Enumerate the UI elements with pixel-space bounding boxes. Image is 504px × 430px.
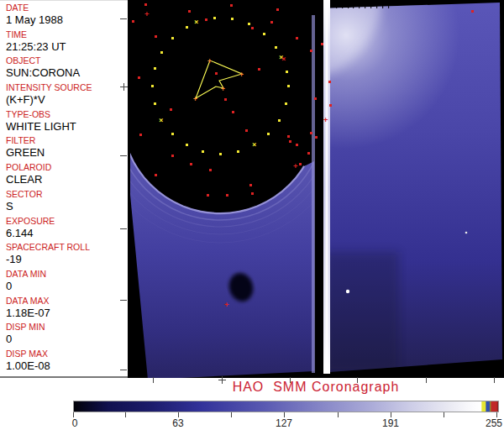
- fiducial-dot-red: [224, 98, 227, 101]
- field-value: SUN:CORONA: [6, 66, 131, 79]
- fiducial-dot-red: [188, 10, 191, 13]
- fiducial-dot-yellow: [186, 144, 188, 146]
- fiducial-dot-yellow: ×: [159, 117, 163, 124]
- fiducial-dot-red: [251, 27, 254, 29]
- colorbar-label: 0: [72, 417, 78, 429]
- field-label: DATE: [6, 3, 131, 13]
- fiducial-dot-yellow: [287, 85, 290, 87]
- coronagraph-image: ++++ ×××××++++: [128, 0, 504, 378]
- field-value: 1 May 1988: [6, 13, 131, 26]
- field-label: DATA MIN: [6, 269, 131, 280]
- fiducial-dot-yellow: ×: [252, 141, 256, 149]
- fiducial-dot-red: ×: [281, 55, 286, 63]
- fiducial-dot-red: [249, 184, 252, 186]
- fiducial-dot-red: [310, 132, 312, 134]
- fiducial-dot-yellow: [237, 150, 239, 153]
- axis-tick-left: [120, 155, 127, 156]
- fiducial-dot-red: [270, 21, 273, 24]
- field-label: INTENSITY SOURCE: [6, 82, 131, 93]
- colorbar-label: 255: [486, 417, 502, 429]
- fiducial-dot-red: [245, 129, 248, 132]
- field-time: TIME 21:25:23 UT: [6, 29, 131, 56]
- fiducial-dot-yellow: [151, 85, 154, 87]
- fiducial-dot-red: [139, 134, 142, 136]
- field-value: 21:25:23 UT: [6, 40, 131, 53]
- fiducial-dot-yellow: [267, 133, 270, 135]
- fiducial-dot-yellow: [202, 150, 204, 153]
- field-value: 0: [6, 280, 131, 292]
- fiducial-dot-red: [287, 135, 290, 138]
- field-value: 1.00E-08: [6, 359, 131, 372]
- fiducial-dot-red: [138, 76, 140, 79]
- colorbar-label: 63: [172, 417, 183, 429]
- fiducial-dot-yellow: [231, 18, 234, 20]
- fiducial-dot-red: [155, 174, 157, 176]
- fiducial-dot-red: [296, 144, 298, 146]
- field-value: GREEN: [6, 146, 131, 159]
- field-value: WHITE LIGHT: [6, 120, 131, 133]
- fiducial-dot-red: [215, 72, 218, 75]
- fiducial-dot-red: +: [144, 10, 149, 18]
- fiducial-dot-red: [171, 155, 174, 157]
- fiducial-dot-yellow: [154, 102, 156, 105]
- field-polaroid: POLAROID CLEAR: [6, 162, 131, 189]
- axis-tick-left: [120, 228, 127, 229]
- fiducial-dot-yellow: [278, 119, 281, 122]
- fiducial-dot-yellow: [154, 67, 156, 70]
- field-data-max: DATA MAX 1.18E-07: [6, 296, 131, 322]
- field-data-min: DATA MIN 0: [6, 269, 131, 296]
- fiducial-dot-red: [315, 136, 318, 139]
- fiducial-dot-red: [170, 108, 172, 111]
- field-label: DISP MIN: [6, 322, 131, 333]
- field-label: SPACECRAFT ROLL: [6, 242, 131, 253]
- field-spacecraft-roll: SPACECRAFT ROLL -19: [6, 242, 131, 269]
- fiducial-dot-red: [471, 10, 474, 13]
- fiducial-dot-yellow: [286, 71, 288, 73]
- intensity-colorbar: [73, 401, 499, 412]
- fiducial-dot-red: [205, 18, 207, 21]
- fiducial-dot-yellow: [263, 33, 265, 35]
- fiducial-dot-red: [321, 43, 323, 45]
- colorbar-tick-minor: [338, 412, 339, 417]
- fiducial-dot-yellow: ×: [194, 18, 198, 26]
- field-disp-min: DISP MIN 0: [6, 322, 131, 349]
- fiducial-dot-yellow: [171, 37, 174, 39]
- fiducial-dot-red: [296, 37, 298, 39]
- colorbar-tick-minor: [125, 412, 126, 417]
- fiducial-dot-yellow: [186, 26, 188, 29]
- fiducial-dot-red: [328, 81, 331, 83]
- field-value: (K+F)*V: [6, 93, 131, 106]
- fiducial-dot-red: [329, 104, 332, 107]
- field-exposure: EXPOSURE 6.144: [6, 216, 131, 243]
- fiducial-dot-red: [314, 97, 317, 100]
- field-label: EXPOSURE: [6, 216, 131, 227]
- fiducial-dot-red: [307, 152, 310, 155]
- fiducial-dot-yellow: [248, 23, 250, 25]
- fiducial-dot-red: [132, 20, 134, 23]
- fiducial-dot-red: [276, 8, 279, 11]
- fiducial-dot-red: [226, 194, 228, 197]
- metadata-panel: DATE 1 May 1988 TIME 21:25:23 UT OBJECT …: [0, 0, 133, 378]
- fiducial-dot-red: [258, 68, 260, 71]
- field-value: -19: [6, 253, 131, 265]
- field-label: FILTER: [6, 135, 131, 146]
- field-label: TYPE-OBS: [6, 109, 131, 120]
- colorbar-label: 127: [276, 417, 292, 429]
- axis-tick-left: [120, 300, 127, 301]
- fiducial-dot-red: +: [293, 162, 297, 170]
- fiducial-dot-red: [209, 169, 212, 171]
- colorbar-label: 191: [382, 417, 399, 429]
- colorbar-tick-minor: [231, 412, 232, 417]
- page-title: HAO SMM Coronagraph: [128, 380, 504, 395]
- field-label: TIME: [6, 29, 131, 40]
- field-label: DATA MAX: [6, 296, 131, 307]
- fiducial-dot-red: [190, 163, 192, 165]
- field-value: 0: [6, 333, 131, 345]
- fiducial-dot-layer: ×××××++++: [128, 0, 504, 378]
- field-type-obs: TYPE-OBS WHITE LIGHT: [6, 109, 131, 136]
- fiducial-dot-red: [289, 140, 291, 143]
- field-label: DISP MAX: [6, 349, 131, 359]
- fiducial-dot-red: [144, 3, 147, 6]
- field-value: 1.18E-07: [6, 307, 131, 319]
- axis-cross-left: [120, 83, 128, 91]
